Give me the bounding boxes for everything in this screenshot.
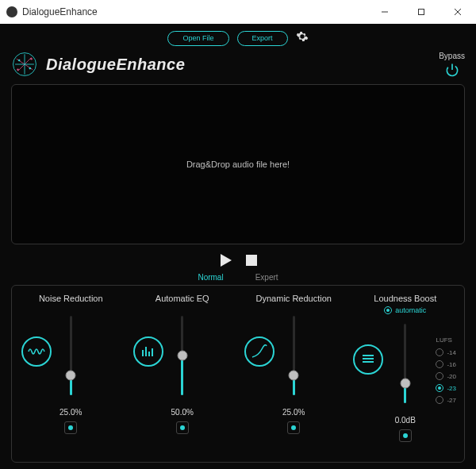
automatic-eq-title: Automatic EQ [155, 294, 209, 303]
open-file-button[interactable]: Open File [167, 31, 228, 46]
tab-normal[interactable]: Normal [198, 273, 223, 282]
app-window: DialogueEnhance Open File Export [0, 0, 476, 469]
dynamic-reduction-value: 25.0% [282, 408, 305, 417]
brand-name: DialogueEnhance [46, 56, 185, 74]
play-icon [217, 252, 233, 268]
window-controls [367, 0, 476, 24]
app-title: DialogueEnhance [22, 6, 98, 17]
svg-point-10 [29, 67, 32, 70]
lufs-options: LUFS -14 -16 -20 -23 -27 [436, 336, 456, 404]
equalizer-icon [133, 336, 163, 367]
lufs-option-20[interactable]: -20 [436, 372, 456, 380]
svg-rect-18 [145, 347, 147, 356]
transport [6, 249, 470, 273]
dropzone-hint: Drag&Drop audio file here! [186, 160, 290, 169]
bypass-control[interactable]: Bypass [439, 52, 465, 78]
controls-panel: Noise Reduction 25.0% Automatic EQ [11, 285, 465, 463]
lufs-option-27[interactable]: -27 [436, 396, 456, 404]
close-icon [454, 8, 462, 16]
power-icon [444, 62, 460, 78]
noise-reduction-value: 25.0% [60, 408, 82, 417]
svg-point-12 [17, 69, 19, 71]
radio-on-icon [384, 306, 392, 314]
dynamic-reduction-enable[interactable] [287, 421, 300, 434]
svg-marker-15 [221, 254, 232, 267]
loudness-automatic-toggle[interactable]: automatic [384, 306, 426, 314]
svg-rect-20 [152, 348, 153, 356]
svg-rect-16 [246, 255, 257, 266]
app-icon [6, 6, 17, 17]
gear-icon [296, 30, 309, 43]
titlebar-left: DialogueEnhance [0, 6, 98, 17]
stop-icon [244, 253, 259, 267]
dropzone[interactable]: Drag&Drop audio file here! [11, 84, 465, 244]
header-row: DialogueEnhance Bypass [6, 51, 470, 81]
brand: DialogueEnhance [11, 51, 185, 78]
noise-reduction-slider[interactable] [17, 308, 125, 395]
noise-reduction-column: Noise Reduction 25.0% [17, 294, 125, 456]
loudness-boost-value: 0.0dB [395, 416, 416, 425]
svg-rect-17 [142, 350, 144, 356]
svg-rect-1 [419, 10, 424, 15]
bypass-label: Bypass [439, 52, 465, 60]
noise-reduction-enable[interactable] [64, 421, 77, 434]
automatic-eq-slider[interactable] [129, 308, 237, 395]
stop-button[interactable] [244, 253, 259, 271]
dynamic-reduction-column: Dynamic Reduction 25.0% [240, 294, 348, 456]
maximize-icon [417, 8, 425, 16]
lufs-option-14[interactable]: -14 [436, 348, 456, 356]
svg-rect-19 [148, 352, 150, 356]
mode-tabs: Normal Expert [6, 273, 470, 285]
dynamic-reduction-title: Dynamic Reduction [256, 294, 332, 303]
lufs-title: LUFS [436, 336, 451, 344]
top-toolbar: Open File Export [6, 29, 470, 51]
svg-point-11 [30, 58, 33, 60]
loudness-boost-enable[interactable] [399, 429, 412, 442]
automatic-eq-column: Automatic EQ 50.0% [129, 294, 237, 456]
client-area: Open File Export Dialogue [0, 24, 476, 469]
loudness-automatic-label: automatic [395, 306, 426, 314]
loudness-bars-icon [353, 344, 383, 375]
minimize-button[interactable] [367, 0, 403, 24]
loudness-boost-column: Loudness Boost automatic [351, 294, 460, 456]
export-button[interactable]: Export [237, 31, 288, 46]
minimize-icon [381, 8, 389, 16]
automatic-eq-value: 50.0% [171, 408, 194, 417]
settings-button[interactable] [296, 30, 309, 46]
maximize-button[interactable] [403, 0, 440, 24]
automatic-eq-enable[interactable] [176, 421, 189, 434]
tab-expert[interactable]: Expert [255, 273, 278, 282]
dynamic-reduction-slider[interactable] [240, 308, 348, 395]
loudness-boost-title: Loudness Boost [374, 294, 436, 303]
lufs-option-16[interactable]: -16 [436, 360, 456, 368]
waveform-icon [21, 336, 52, 367]
titlebar: DialogueEnhance [0, 0, 476, 25]
compressor-curve-icon [244, 336, 274, 367]
svg-point-9 [18, 60, 21, 62]
logo-icon [11, 51, 38, 78]
lufs-option-23[interactable]: -23 [436, 384, 456, 392]
play-button[interactable] [217, 252, 233, 271]
close-button[interactable] [440, 0, 476, 24]
noise-reduction-title: Noise Reduction [39, 294, 103, 303]
